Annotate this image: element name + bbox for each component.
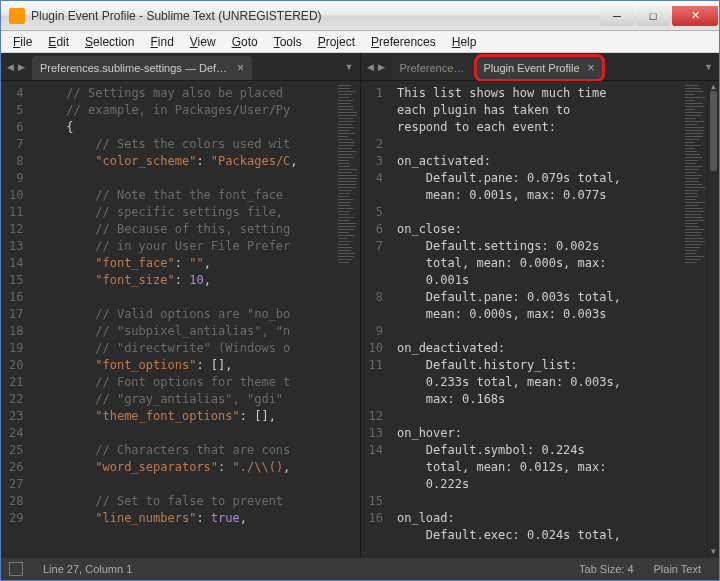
app-icon [9, 8, 25, 24]
code-area-left[interactable]: 4567891011121314151617181920212223242526… [1, 81, 360, 558]
tab-nav-arrows[interactable]: ◀▶ [1, 53, 31, 80]
menu-tools[interactable]: Tools [266, 32, 310, 52]
app-window: Plugin Event Profile - Sublime Text (UNR… [0, 0, 720, 581]
code-right[interactable]: This list shows how much timeeach plugin… [393, 81, 683, 558]
tab-dropdown-icon[interactable]: ▼ [698, 53, 719, 80]
cursor-position: Line 27, Column 1 [43, 563, 132, 575]
menu-view[interactable]: View [182, 32, 224, 52]
tab-plugin-event-profile[interactable]: Plugin Event Profile × [476, 56, 603, 80]
menubar: FileEditSelectionFindViewGotoToolsProjec… [1, 31, 719, 53]
gutter-right: 1 234 567 8 91011 121314 1516 [361, 81, 393, 558]
tab-label: Preferences.su [400, 62, 466, 74]
tab-preferences-default[interactable]: Preferences.sublime-settings — Default × [32, 56, 252, 80]
menu-help[interactable]: Help [444, 32, 485, 52]
tab-size[interactable]: Tab Size: 4 [579, 563, 633, 575]
tab-nav-arrows[interactable]: ◀▶ [361, 53, 391, 80]
menu-project[interactable]: Project [310, 32, 363, 52]
minimap-right[interactable] [683, 81, 707, 558]
tabbar-right: ◀▶ Preferences.su Plugin Event Profile ×… [361, 53, 720, 81]
tab-prev-icon[interactable]: ◀ [7, 62, 14, 72]
menu-selection[interactable]: Selection [77, 32, 142, 52]
menu-file[interactable]: File [5, 32, 40, 52]
tab-prev-icon[interactable]: ◀ [367, 62, 374, 72]
tab-dropdown-icon[interactable]: ▼ [339, 53, 360, 80]
code-area-right[interactable]: 1 234 567 8 91011 121314 1516 This list … [361, 81, 720, 558]
tabbar-left: ◀▶ Preferences.sublime-settings — Defaul… [1, 53, 360, 81]
tab-next-icon[interactable]: ▶ [378, 62, 385, 72]
tab-preferences-truncated[interactable]: Preferences.su [392, 56, 474, 80]
menu-preferences[interactable]: Preferences [363, 32, 444, 52]
tab-next-icon[interactable]: ▶ [18, 62, 25, 72]
minimap-left[interactable] [336, 81, 360, 558]
scroll-thumb[interactable] [710, 91, 717, 171]
close-icon[interactable]: × [588, 61, 595, 75]
statusbar: Line 27, Column 1 Tab Size: 4 Plain Text [1, 558, 719, 580]
close-icon[interactable]: × [237, 61, 244, 75]
menu-goto[interactable]: Goto [224, 32, 266, 52]
gutter-left: 4567891011121314151617181920212223242526… [1, 81, 33, 558]
editor-area: ◀▶ Preferences.sublime-settings — Defaul… [1, 53, 719, 558]
menu-edit[interactable]: Edit [40, 32, 77, 52]
scrollbar-vertical[interactable]: ▲ ▼ [707, 81, 719, 558]
menu-find[interactable]: Find [142, 32, 181, 52]
window-title: Plugin Event Profile - Sublime Text (UNR… [31, 9, 599, 23]
syntax-mode[interactable]: Plain Text [654, 563, 702, 575]
code-left[interactable]: // Settings may also be placed // exampl… [33, 81, 335, 558]
panel-switcher-icon[interactable] [9, 562, 23, 576]
pane-left: ◀▶ Preferences.sublime-settings — Defaul… [1, 53, 361, 558]
pane-right: ◀▶ Preferences.su Plugin Event Profile ×… [361, 53, 720, 558]
titlebar[interactable]: Plugin Event Profile - Sublime Text (UNR… [1, 1, 719, 31]
maximize-button[interactable]: □ [636, 6, 670, 26]
tab-label: Plugin Event Profile [484, 62, 580, 74]
close-button[interactable]: ✕ [672, 6, 718, 26]
tab-label: Preferences.sublime-settings — Default [40, 62, 229, 74]
scroll-down-icon[interactable]: ▼ [708, 546, 719, 558]
minimize-button[interactable]: ─ [600, 6, 634, 26]
